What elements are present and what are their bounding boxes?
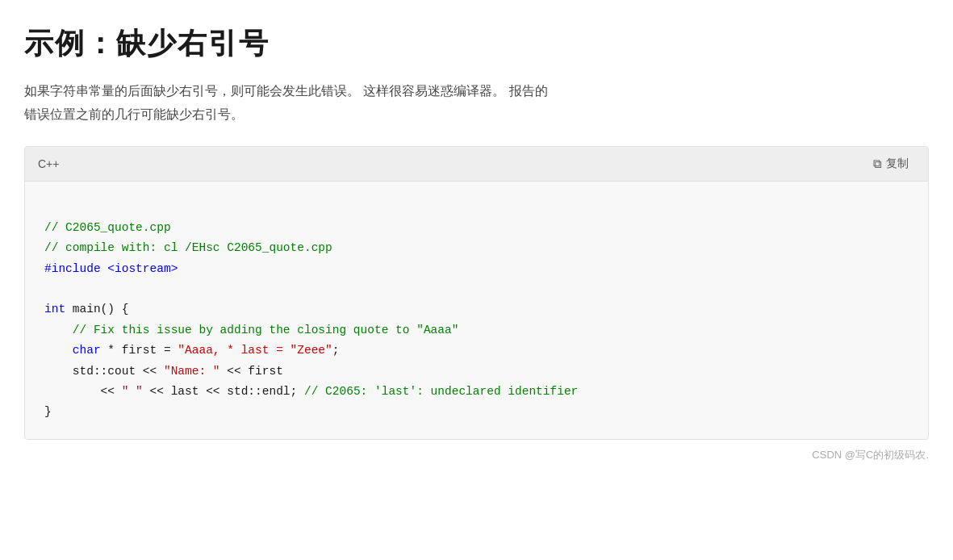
description-line2: 错误位置之前的几行可能缺少右引号。 bbox=[24, 107, 244, 121]
code-line bbox=[44, 198, 909, 218]
code-line: // Fix this issue by adding the closing … bbox=[44, 320, 909, 341]
code-block-header: C++ ⧉ 复制 bbox=[25, 147, 928, 182]
code-line: char * first = "Aaaa, * last = "Zeee"; bbox=[44, 341, 909, 361]
copy-icon: ⧉ bbox=[873, 157, 882, 171]
code-line: #include <iostream> bbox=[44, 259, 909, 279]
code-line bbox=[44, 279, 909, 299]
code-lang-label: C++ bbox=[38, 157, 59, 170]
page-title: 示例：缺少右引号 bbox=[24, 24, 929, 64]
code-line: std::cout << "Name: " << first bbox=[44, 361, 909, 382]
description-line1: 如果字符串常量的后面缺少右引号，则可能会发生此错误。 这样很容易迷惑编译器。 报… bbox=[24, 84, 548, 98]
copy-button[interactable]: ⧉ 复制 bbox=[867, 153, 915, 174]
copy-label: 复制 bbox=[886, 157, 909, 171]
code-line: int main() { bbox=[44, 299, 909, 320]
code-line: // C2065_quote.cpp bbox=[44, 218, 909, 238]
footer-note: CSDN @写C的初级码农. bbox=[24, 448, 929, 462]
code-block-container: C++ ⧉ 复制 // C2065_quote.cpp // compile w… bbox=[24, 146, 929, 440]
code-line: // compile with: cl /EHsc C2065_quote.cp… bbox=[44, 238, 909, 258]
code-line: << " " << last << std::endl; // C2065: '… bbox=[44, 382, 909, 402]
description: 如果字符串常量的后面缺少右引号，则可能会发生此错误。 这样很容易迷惑编译器。 报… bbox=[24, 80, 929, 127]
code-line: } bbox=[44, 402, 909, 422]
code-block-body: // C2065_quote.cpp // compile with: cl /… bbox=[25, 182, 928, 439]
